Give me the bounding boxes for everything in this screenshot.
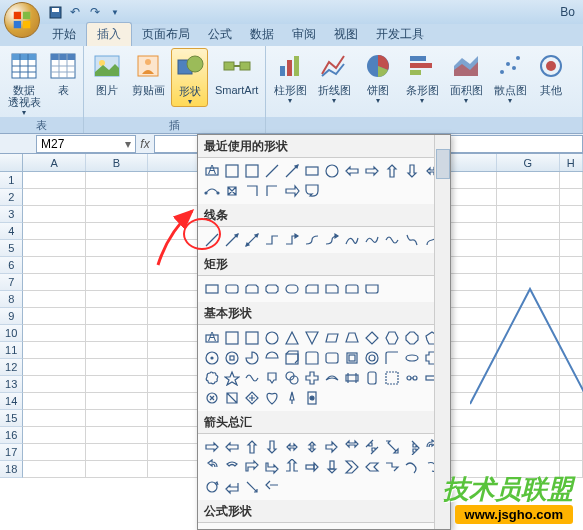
row-header[interactable]: 17 [0,444,23,461]
row-header[interactable]: 10 [0,325,23,342]
chevron-down-icon[interactable]: ▾ [125,137,131,151]
cell[interactable] [497,427,559,444]
shape-recent-12[interactable] [202,181,222,201]
cell[interactable] [86,410,148,427]
cell[interactable] [86,342,148,359]
shape-basic-6[interactable] [322,328,342,348]
cell[interactable] [86,376,148,393]
shape-line-10[interactable] [402,230,422,250]
tab-dev[interactable]: 开发工具 [368,23,432,46]
name-box[interactable]: M27▾ [36,135,136,153]
shape-arrow-24[interactable] [202,477,222,497]
cell[interactable] [23,410,85,427]
shape-arrow-21[interactable] [382,457,402,477]
shape-arrow-9[interactable] [382,437,402,457]
cell[interactable] [560,291,583,308]
cell[interactable] [560,308,583,325]
shape-recent-13[interactable] [222,181,242,201]
cell[interactable] [497,291,559,308]
col-header[interactable]: G [497,154,559,171]
cell[interactable] [23,325,85,342]
cell[interactable] [86,308,148,325]
shape-rect-8[interactable] [362,279,382,299]
tab-formula[interactable]: 公式 [200,23,240,46]
shape-basic-15[interactable] [262,348,282,368]
cell[interactable] [560,427,583,444]
cell[interactable] [497,223,559,240]
shape-basic-33[interactable] [382,368,402,388]
shape-recent-4[interactable] [282,161,302,181]
cell[interactable] [86,427,148,444]
row-header[interactable]: 13 [0,376,23,393]
shape-basic-28[interactable] [282,368,302,388]
table-button[interactable]: 表 [48,48,78,96]
picture-button[interactable]: 图片 [88,48,125,96]
tab-review[interactable]: 审阅 [284,23,324,46]
cell[interactable] [86,291,148,308]
shape-basic-27[interactable] [262,368,282,388]
shape-line-5[interactable] [302,230,322,250]
cell[interactable] [86,172,148,189]
row-header[interactable]: 1 [0,172,23,189]
shape-line-1[interactable] [222,230,242,250]
line-chart-button[interactable]: 折线图▾ [314,48,354,105]
cell[interactable] [497,325,559,342]
cell[interactable] [23,342,85,359]
tab-insert[interactable]: 插入 [86,22,132,46]
shape-basic-14[interactable] [242,348,262,368]
shape-line-2[interactable] [242,230,262,250]
shape-recent-17[interactable] [302,181,322,201]
bar-chart-button[interactable]: 条形图▾ [402,48,442,105]
save-icon[interactable] [46,3,64,21]
shape-basic-17[interactable] [302,348,322,368]
shape-arrow-6[interactable] [322,437,342,457]
cell[interactable] [86,257,148,274]
cell[interactable] [560,376,583,393]
shape-arrow-4[interactable] [282,437,302,457]
shape-eq-5[interactable] [302,526,322,530]
shape-basic-26[interactable] [242,368,262,388]
scroll-thumb[interactable] [436,149,450,179]
shape-arrow-25[interactable] [222,477,242,497]
column-chart-button[interactable]: 柱形图▾ [270,48,310,105]
shape-basic-7[interactable] [342,328,362,348]
cell[interactable] [23,291,85,308]
shape-basic-36[interactable] [202,388,222,408]
shape-arrow-13[interactable] [222,457,242,477]
cell[interactable] [497,308,559,325]
shape-basic-3[interactable] [262,328,282,348]
row-header[interactable]: 6 [0,257,23,274]
cell[interactable] [497,410,559,427]
smartart-button[interactable]: SmartArt [212,48,261,96]
shape-line-7[interactable] [342,230,362,250]
shape-arrow-19[interactable] [342,457,362,477]
cell[interactable] [23,206,85,223]
shape-basic-12[interactable] [202,348,222,368]
shape-basic-20[interactable] [362,348,382,368]
shape-recent-10[interactable] [402,161,422,181]
shape-arrow-18[interactable] [322,457,342,477]
shape-recent-8[interactable] [362,161,382,181]
shape-line-9[interactable] [382,230,402,250]
shape-arrow-22[interactable] [402,457,422,477]
shape-basic-19[interactable] [342,348,362,368]
shape-rect-6[interactable] [322,279,342,299]
cell[interactable] [497,206,559,223]
shape-rect-3[interactable] [262,279,282,299]
shape-arrow-10[interactable] [402,437,422,457]
cell[interactable] [497,444,559,461]
cell[interactable] [86,359,148,376]
shape-recent-16[interactable] [282,181,302,201]
shape-line-0[interactable] [202,230,222,250]
shape-recent-2[interactable] [242,161,262,181]
cell[interactable] [560,257,583,274]
tab-view[interactable]: 视图 [326,23,366,46]
col-header[interactable]: H [560,154,583,171]
tab-data[interactable]: 数据 [242,23,282,46]
row-header[interactable]: 4 [0,223,23,240]
shape-rect-7[interactable] [342,279,362,299]
shape-recent-7[interactable] [342,161,362,181]
shape-recent-15[interactable] [262,181,282,201]
shapes-button[interactable]: 形状 ▾ [171,48,209,107]
shape-basic-22[interactable] [402,348,422,368]
